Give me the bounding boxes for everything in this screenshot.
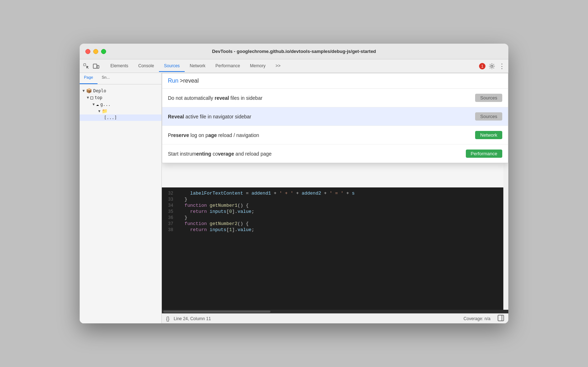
line-num-33: 33 [162,197,179,202]
code-line-32: 32 labelForTextContent = addend1 + ' + '… [162,190,503,196]
command-result-4[interactable]: Start instrumenting coverage and reload … [162,145,508,163]
status-bar-right: Coverage: n/a [464,316,490,321]
line-content-37: function getNumber2() { [179,221,249,226]
result-3-text: Preserve log on page reload / navigation [168,132,259,138]
tree-arrow: ▼ [83,89,85,93]
tab-performance[interactable]: Performance [210,60,245,72]
result-4-badge[interactable]: Performance [466,150,502,158]
code-line-37: 37 function getNumber2() { [162,221,503,227]
close-button[interactable] [85,49,90,54]
devtools-window: DevTools - googlechrome.github.io/devtoo… [80,44,508,323]
code-line-38: 38 return inputs[1].value; [162,227,503,233]
tab-memory[interactable]: Memory [245,60,270,72]
code-line-34: 34 function getNumber1() { [162,202,503,209]
tree-label: top [95,95,103,100]
line-col-status: Line 24, Column 11 [174,316,211,321]
line-content-35: return inputs[0].value; [179,209,254,214]
tab-bar: Elements Console Sources Network Perform… [80,59,508,73]
command-result-1[interactable]: Do not automatically reveal files in sid… [162,89,508,107]
select-element-icon[interactable] [83,63,90,70]
highlight-enting: enting [196,151,211,157]
command-input-row: Run [162,73,508,89]
tab-network[interactable]: Network [185,60,210,72]
braces-icon[interactable]: {} [166,316,169,322]
line-num-37: 37 [162,221,179,226]
g-icon: ☁ [96,102,99,107]
result-3-badge[interactable]: Network [475,131,502,139]
tree-item-deploy[interactable]: ▼ 📦 Deplo [80,87,161,94]
line-num-36: 36 [162,215,179,220]
tab-right-icons: 1 ⋮ [479,63,505,70]
sidebar-tabs: Page Sn... [80,73,161,84]
line-num-38: 38 [162,227,179,233]
tree-arrow: ▼ [98,109,100,113]
code-line-35: 35 return inputs[0].value; [162,209,503,215]
tab-console[interactable]: Console [133,60,159,72]
command-menu: Run Do not automatically reveal files in… [162,73,508,163]
line-content-36: } [179,215,187,220]
line-content-33: } [179,197,187,202]
command-input-field[interactable] [180,78,502,84]
line-num-32: 32 [162,191,179,196]
tree-arrow: ▼ [87,96,89,99]
tab-sources[interactable]: Sources [159,60,185,72]
tree-label: g... [100,102,111,107]
tree-item-folder[interactable]: ▼ 📁 [80,108,161,114]
devtools-container: Elements Console Sources Network Perform… [80,59,508,323]
svg-rect-1 [93,64,97,68]
highlight-reserve: reserve [171,132,189,138]
device-toggle-icon[interactable] [93,63,100,70]
window-title: DevTools - googlechrome.github.io/devtoo… [212,49,376,54]
svg-rect-4 [498,315,504,321]
highlight-verage: verage [218,151,234,157]
tree-label: [...] [104,115,117,120]
scrollbar-thumb-h [163,310,270,313]
deploy-icon: 📦 [86,88,92,93]
horizontal-scrollbar[interactable] [162,310,508,313]
tab-more[interactable]: >> [270,60,285,72]
result-2-text: Reveal active file in navigator sidebar [168,114,251,119]
code-line-36: 36 } [162,215,503,221]
coverage-status: Coverage: n/a [464,316,490,321]
code-area[interactable]: 32 labelForTextContent = addend1 + ' + '… [162,187,503,310]
status-bar: {} Line 24, Column 11 Coverage: n/a [162,313,508,323]
line-content-34: function getNumber1() { [179,203,249,208]
line-num-34: 34 [162,203,179,208]
line-num-35: 35 [162,209,179,214]
sidebar-tab-snippets[interactable]: Sn... [98,73,114,84]
tree-item-top[interactable]: ▼ □ top [80,94,161,101]
settings-icon[interactable] [488,63,495,70]
main-content: Page Sn... ▼ 📦 Deplo ▼ □ top ▼ [80,73,508,323]
line-content-38: return inputs[1].value; [179,227,254,233]
result-4-text: Start instrumenting coverage and reload … [168,151,271,157]
result-2-badge[interactable]: Sources [475,112,502,121]
tree-arrow: ▼ [93,102,95,106]
sidebar-tab-page[interactable]: Page [80,73,98,84]
highlight-reveal-1: reveal [215,95,229,101]
line-content-32: labelForTextContent = addend1 + ' + ' + … [179,191,355,196]
svg-point-3 [491,65,493,67]
result-1-badge[interactable]: Sources [475,94,502,102]
svg-rect-0 [84,64,86,66]
highlight-age: age [208,132,217,138]
svg-rect-2 [97,65,99,68]
status-bar-left: {} Line 24, Column 11 [166,316,211,322]
right-panel-toggle[interactable] [498,315,504,323]
tree-item-file[interactable]: [...] [80,114,161,121]
minimize-button[interactable] [93,49,98,54]
error-badge: 1 [479,63,485,69]
highlight-reveal-2: Reveal [168,114,184,119]
command-result-3[interactable]: Preserve log on page reload / navigation… [162,126,508,145]
folder-icon: 📁 [102,108,108,114]
maximize-button[interactable] [101,49,106,54]
main-panel: Run Do not automatically reveal files in… [162,73,508,323]
sidebar: Page Sn... ▼ 📦 Deplo ▼ □ top ▼ [80,73,162,323]
command-result-2[interactable]: Reveal active file in navigator sidebar … [162,107,508,126]
result-1-text: Do not automatically reveal files in sid… [168,95,263,101]
tree-item-g[interactable]: ▼ ☁ g... [80,101,161,108]
tab-elements[interactable]: Elements [105,60,133,72]
sidebar-tree: ▼ 📦 Deplo ▼ □ top ▼ ☁ g... [80,84,161,323]
top-icon: □ [90,95,93,100]
title-bar: DevTools - googlechrome.github.io/devtoo… [80,44,508,59]
more-options-icon[interactable]: ⋮ [498,63,505,70]
